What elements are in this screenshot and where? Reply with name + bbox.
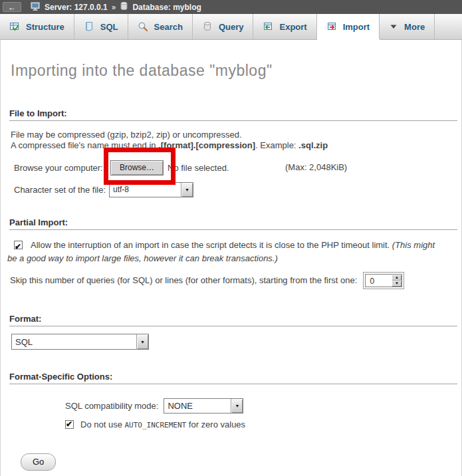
allow-interruption-label: Allow the interruption of an import in c… xyxy=(31,240,392,250)
skip-queries-row: Skip this number of queries (for SQL) or… xyxy=(10,271,461,289)
spinner-up-icon[interactable]: ▲ xyxy=(392,275,402,281)
back-button[interactable]: ← xyxy=(3,2,21,12)
tab-bar: Structure SQL Search Query xyxy=(0,14,462,40)
tab-export[interactable]: Export xyxy=(253,14,316,39)
compression-info-text: File may be compressed (gzip, bzip2, zip… xyxy=(11,130,461,151)
tab-label: Import xyxy=(343,22,370,32)
structure-icon xyxy=(9,21,20,32)
allow-interruption-checkbox[interactable] xyxy=(14,241,23,249)
server-icon xyxy=(31,1,41,13)
search-icon xyxy=(138,21,148,32)
import-page: Importing into the database "myblog" Fil… xyxy=(0,40,462,476)
skip-queries-input[interactable]: 0 xyxy=(366,275,392,287)
browse-button[interactable]: Browse… xyxy=(110,160,164,176)
breadcrumb-separator: » xyxy=(112,3,116,12)
tab-label: SQL xyxy=(100,22,118,32)
browse-label: Browse your computer: xyxy=(14,163,110,173)
tab-label: Query xyxy=(219,22,244,32)
tab-search[interactable]: Search xyxy=(128,14,193,39)
database-icon xyxy=(120,1,128,13)
chevron-down-icon xyxy=(389,22,398,31)
skip-queries-label: Skip this number of queries (for SQL) or… xyxy=(10,275,357,285)
skip-queries-field: 0 ▲ ▼ xyxy=(363,272,404,289)
export-icon xyxy=(263,21,273,32)
import-icon xyxy=(326,21,337,32)
auto-increment-label: Do not use AUTO_INCREMENT for zero value… xyxy=(80,419,245,429)
sql-icon xyxy=(84,21,94,32)
tab-query[interactable]: Query xyxy=(193,14,254,39)
back-arrow-icon: ← xyxy=(8,3,16,11)
charset-select[interactable]: utf-8 ▼ xyxy=(109,182,193,197)
charset-label: Character set of the file: xyxy=(14,185,109,195)
breadcrumb-database[interactable]: Database: myblog xyxy=(132,3,201,12)
go-button[interactable]: Go xyxy=(21,453,56,471)
section-heading-format-options: Format-Specific Options: xyxy=(9,372,457,384)
no-file-selected-text: No file selected. xyxy=(168,163,229,173)
tab-sql[interactable]: SQL xyxy=(74,14,128,39)
sql-compatibility-row: SQL compatibility mode: NONE ▼ xyxy=(65,398,461,414)
breadcrumb-bar: ← Server: 127.0.0.1 » Database: myblog xyxy=(0,0,462,14)
dropdown-arrow-icon: ▼ xyxy=(136,334,148,349)
page-title: Importing into the database "myblog" xyxy=(1,40,461,80)
dropdown-arrow-icon: ▼ xyxy=(181,183,193,197)
allow-interruption-row: Allow the interruption of an import in c… xyxy=(7,239,443,265)
section-heading-file-to-import: File to Import: xyxy=(9,108,457,121)
charset-row: Character set of the file: utf-8 ▼ xyxy=(1,182,461,197)
spinner-down-icon[interactable]: ▼ xyxy=(392,281,402,287)
breadcrumb-server[interactable]: Server: 127.0.0.1 xyxy=(45,3,108,12)
tab-label: Search xyxy=(154,22,183,32)
tab-label: Export xyxy=(279,22,306,32)
sql-compatibility-select[interactable]: NONE ▼ xyxy=(164,398,243,414)
query-icon xyxy=(202,21,213,32)
browse-row: Browse your computer: Browse… No file se… xyxy=(1,160,461,176)
auto-increment-row: Do not use AUTO_INCREMENT for zero value… xyxy=(65,419,461,429)
tab-label: More xyxy=(404,22,425,32)
section-heading-format: Format: xyxy=(9,314,457,326)
max-upload-size: (Max: 2,048KiB) xyxy=(285,162,347,172)
dropdown-arrow-icon: ▼ xyxy=(231,399,243,413)
tab-import[interactable]: Import xyxy=(317,14,380,39)
tab-structure[interactable]: Structure xyxy=(0,14,74,39)
tab-more[interactable]: More xyxy=(380,14,435,39)
tab-label: Structure xyxy=(26,22,64,32)
format-row: SQL ▼ xyxy=(11,334,461,350)
format-select[interactable]: SQL ▼ xyxy=(11,334,149,350)
section-heading-partial-import: Partial Import: xyxy=(9,217,457,230)
sql-compatibility-label: SQL compatibility mode: xyxy=(65,401,158,411)
auto-increment-checkbox[interactable] xyxy=(65,420,74,429)
